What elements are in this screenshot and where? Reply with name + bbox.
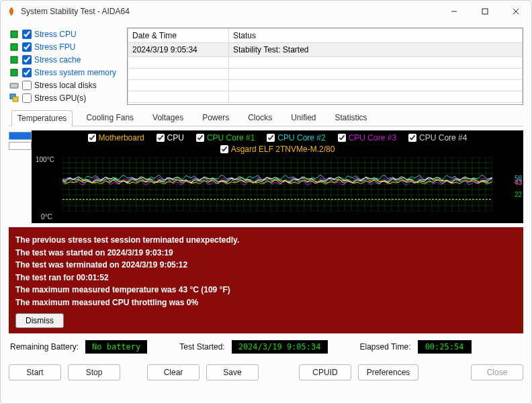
button-row: Start Stop Clear Save CPUID Preferences … [9,362,523,380]
svg-rect-7 [11,69,17,76]
y-axis-max: 100°C [36,156,54,163]
alert-message: The previous stress test session termina… [15,234,517,309]
battery-value: No battery [85,340,147,354]
log-header-status[interactable]: Status [229,29,523,43]
legend-label: CPU Core #3 [349,133,396,143]
legend-item: Asgard ELF 2TNVMe-M.2/80 [220,145,335,154]
log-row[interactable]: 2024/3/19 9:05:34Stability Test: Started [128,43,523,57]
legend-checkbox[interactable] [157,134,165,142]
graph-progress-bars [9,130,32,223]
stress-checkbox[interactable] [22,55,32,65]
legend-label: Motherboard [99,133,144,143]
test-started-label: Test Started: [179,342,224,352]
stress-checkbox[interactable] [22,42,32,52]
tab-cooling-fans[interactable]: Cooling Fans [81,110,139,126]
stress-label[interactable]: Stress cache [34,55,81,65]
legend-checkbox[interactable] [220,145,228,153]
tab-clocks[interactable]: Clocks [242,110,277,126]
dismiss-button[interactable]: Dismiss [15,313,64,328]
stress-label[interactable]: Stress system memory [34,68,116,77]
tab-powers[interactable]: Powers [197,110,234,126]
preferences-button[interactable]: Preferences [358,364,418,380]
battery-label: Remaining Battery: [10,342,79,352]
legend-label: CPU Core #2 [277,133,325,143]
usage-bar [9,142,32,150]
event-log: Date & Time Status 2024/3/19 9:05:34Stab… [127,28,523,105]
window: System Stability Test - AIDA64 Stress CP… [0,0,532,404]
tab-voltages[interactable]: Voltages [147,110,189,126]
log-header-datetime[interactable]: Date & Time [128,29,229,43]
legend-checkbox[interactable] [338,134,346,142]
graph-legend: MotherboardCPUCPU Core #1CPU Core #2CPU … [36,133,519,154]
log-cell-status: Stability Test: Started [229,43,523,57]
legend-item: CPU Core #3 [338,133,396,143]
component-icon [9,29,19,40]
stress-option: Stress GPU(s) [9,93,123,104]
legend-item: CPU Core #2 [267,133,325,143]
stress-checkbox[interactable] [22,93,32,103]
log-cell-datetime: 2024/3/19 9:05:34 [128,43,229,57]
stop-button[interactable]: Stop [68,364,120,380]
svg-rect-10 [13,97,18,102]
tab-temperatures[interactable]: Temperatures [11,110,73,126]
legend-label: CPU Core #1 [207,133,255,143]
minimize-button[interactable] [439,1,470,22]
titlebar: System Stability Test - AIDA64 [1,1,531,22]
component-icon [9,42,19,52]
test-started-value: 2024/3/19 9:05:34 [232,340,328,354]
stress-option: Stress system memory [9,67,123,78]
svg-rect-5 [11,44,17,50]
elapsed-time-label: Elapsed Time: [360,342,411,352]
legend-checkbox[interactable] [267,134,275,142]
legend-label: Asgard ELF 2TNVMe-M.2/80 [231,145,335,154]
graph-panel: MotherboardCPUCPU Core #1CPU Core #2CPU … [9,130,523,223]
svg-rect-6 [11,56,17,63]
component-icon [9,80,19,91]
component-icon [9,93,19,104]
legend-item: CPU [157,133,184,143]
alert-panel: The previous stress test session termina… [9,227,523,333]
stress-checkbox[interactable] [22,81,32,90]
window-title: System Stability Test - AIDA64 [21,7,130,16]
clear-button[interactable]: Clear [147,364,200,380]
stress-option: Stress FPU [9,42,123,52]
component-icon [9,54,19,65]
elapsed-time-value: 00:25:54 [418,340,472,354]
status-row: Remaining Battery: No battery Test Start… [9,337,523,358]
close-button[interactable] [500,1,531,22]
stress-label[interactable]: Stress local disks [34,81,97,90]
tab-unified[interactable]: Unified [285,110,321,126]
stress-option: Stress CPU [9,29,123,40]
stress-checkbox[interactable] [22,68,32,77]
stress-label[interactable]: Stress GPU(s) [34,93,86,103]
usage-bar [9,132,32,140]
close-window-button[interactable]: Close [471,364,523,380]
legend-item: CPU Core #1 [196,133,255,143]
save-button[interactable]: Save [206,364,259,380]
chart-area [62,157,498,211]
y-axis-min: 0°C [41,213,52,220]
stress-option: Stress local disks [9,80,123,91]
legend-label: CPU Core #4 [419,133,467,143]
window-buttons [439,1,531,22]
stress-checkbox[interactable] [22,30,32,39]
svg-rect-8 [10,83,18,88]
graph-value-label: 22 [515,191,522,198]
stress-label[interactable]: Stress CPU [34,30,77,39]
legend-checkbox[interactable] [196,134,204,142]
stress-label[interactable]: Stress FPU [34,42,75,52]
app-icon [6,6,17,17]
svg-rect-1 [482,9,488,14]
legend-item: Motherboard [88,133,144,143]
legend-label: CPU [167,133,184,143]
cpuid-button[interactable]: CPUID [299,364,351,380]
stress-test-options: Stress CPU Stress FPU Stress cache Stres… [9,28,123,105]
tab-statistics[interactable]: Statistics [330,110,373,126]
legend-checkbox[interactable] [408,134,416,142]
maximize-button[interactable] [470,1,500,22]
svg-rect-4 [11,31,17,38]
legend-checkbox[interactable] [88,134,96,142]
content: Stress CPU Stress FPU Stress cache Stres… [1,22,531,403]
start-button[interactable]: Start [9,364,61,380]
legend-item: CPU Core #4 [408,133,467,143]
